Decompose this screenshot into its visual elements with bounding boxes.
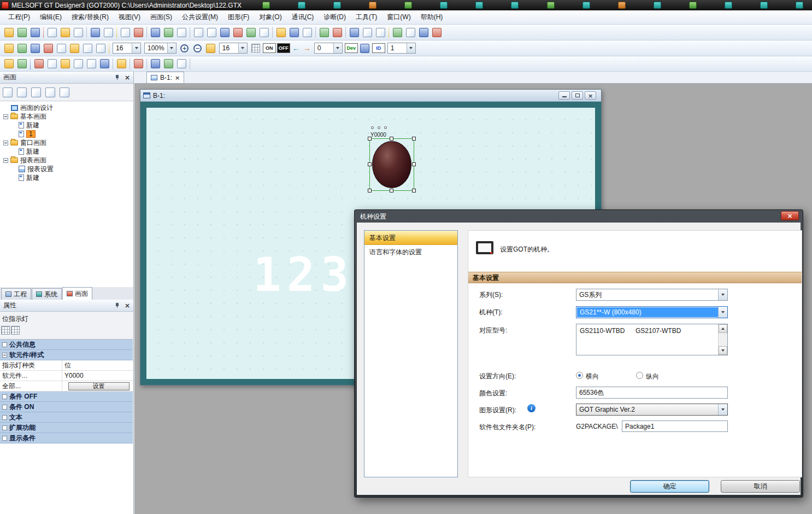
- resize-handle[interactable]: [412, 189, 416, 192]
- dropdown-arrow-icon[interactable]: [167, 43, 176, 53]
- screen-new-icon[interactable]: [1, 86, 14, 99]
- nav-item-language-font[interactable]: 语言和字体的设置: [364, 245, 457, 259]
- titlebar-tool-icon[interactable]: [547, 2, 555, 9]
- screen-color-icon[interactable]: [81, 42, 94, 55]
- series-dropdown[interactable]: GS系列: [576, 289, 728, 301]
- resize-handle[interactable]: [390, 189, 393, 192]
- tree-item-window-screens[interactable]: 窗口画面: [0, 138, 133, 147]
- expand-icon[interactable]: [2, 436, 7, 441]
- list-view-icon[interactable]: [11, 326, 20, 335]
- graphics-dropdown[interactable]: GOT Graphic Ver.2: [576, 404, 728, 416]
- got-read-icon[interactable]: [287, 26, 301, 39]
- rotate-left-icon[interactable]: [58, 57, 72, 71]
- document-tab-b1[interactable]: B-1:: [146, 72, 184, 83]
- open-icon[interactable]: [15, 26, 28, 39]
- menu-item[interactable]: 编辑(E): [35, 10, 67, 24]
- color-setting-field[interactable]: 65536色: [576, 387, 728, 399]
- data-transfer-icon[interactable]: [361, 26, 374, 39]
- tree-item-base-screen-1[interactable]: 1: [0, 130, 133, 138]
- titlebar-tool-icon[interactable]: [298, 2, 305, 9]
- restore-button[interactable]: [572, 91, 583, 100]
- save-icon[interactable]: [28, 26, 42, 39]
- copy-icon[interactable]: [58, 26, 72, 39]
- expand-icon[interactable]: [2, 405, 7, 410]
- batch-edit-icon[interactable]: [404, 26, 417, 39]
- bit-lamp-object[interactable]: [372, 141, 411, 188]
- orientation-vertical-label[interactable]: 纵向: [646, 372, 659, 381]
- state-combo[interactable]: 0: [314, 43, 343, 54]
- property-value[interactable]: Y0000: [62, 371, 133, 381]
- system-config-icon[interactable]: [374, 26, 387, 39]
- expand-icon[interactable]: [2, 394, 7, 399]
- property-value[interactable]: 位: [62, 360, 133, 370]
- titlebar-tool-icon[interactable]: [404, 2, 412, 9]
- collapse-icon[interactable]: [3, 114, 8, 119]
- tree-item-base-screens[interactable]: 基本画面: [0, 112, 133, 121]
- menu-item[interactable]: 公共设置(M): [177, 10, 223, 24]
- zoom-fit-icon[interactable]: [204, 42, 217, 55]
- menu-item[interactable]: 图形(F): [223, 10, 254, 24]
- nav-item-basic-settings[interactable]: 基本设置: [364, 231, 457, 245]
- report-screen-new-icon[interactable]: [175, 26, 188, 39]
- align-top-icon[interactable]: [32, 57, 45, 71]
- titlebar-tool-icon[interactable]: [511, 2, 519, 9]
- section-common-info[interactable]: 公共信息: [0, 340, 133, 350]
- menu-item[interactable]: 画面(S): [145, 10, 177, 24]
- close-icon[interactable]: [125, 74, 130, 81]
- help-icon[interactable]: [132, 26, 145, 39]
- ok-button[interactable]: 确定: [630, 480, 709, 493]
- dropdown-arrow-icon[interactable]: [238, 43, 247, 53]
- dropdown-arrow-icon[interactable]: [132, 43, 140, 53]
- pin-icon[interactable]: [115, 302, 120, 308]
- titlebar-tool-icon[interactable]: [262, 2, 270, 9]
- orientation-vertical-radio[interactable]: [636, 372, 643, 379]
- settings-button[interactable]: 设置: [68, 382, 130, 390]
- got-verify-icon[interactable]: [301, 26, 314, 39]
- titlebar-tool-icon[interactable]: [475, 2, 483, 9]
- language-combo[interactable]: 1: [387, 43, 416, 54]
- tab-screen[interactable]: 画面: [62, 287, 92, 300]
- close-screen-icon[interactable]: [28, 42, 42, 55]
- resize-handle[interactable]: [368, 162, 372, 166]
- section-condition-on[interactable]: 条件 ON: [0, 402, 133, 412]
- scroll-down-icon[interactable]: [719, 346, 727, 355]
- zoom-out-icon[interactable]: −: [191, 42, 204, 55]
- paste-icon[interactable]: [72, 26, 85, 39]
- expand-icon[interactable]: [2, 342, 7, 347]
- rotate-right-icon[interactable]: [72, 57, 85, 71]
- menu-item[interactable]: 工具(T): [351, 10, 382, 24]
- titlebar-tool-icon[interactable]: [440, 2, 448, 9]
- resize-handle[interactable]: [368, 137, 372, 141]
- section-condition-off[interactable]: 条件 OFF: [0, 392, 133, 402]
- screen-window-titlebar[interactable]: B-1:: [140, 90, 601, 102]
- option-icon[interactable]: [417, 26, 430, 39]
- dropdown-arrow-icon[interactable]: [333, 43, 342, 53]
- tree-item-base-new[interactable]: 新建: [0, 121, 133, 130]
- pin-icon[interactable]: [115, 74, 120, 80]
- report-icon[interactable]: [58, 86, 71, 99]
- device-number-icon[interactable]: [358, 42, 372, 55]
- tree-item-screen-design[interactable]: 画面的设计: [0, 103, 133, 112]
- grid-size-combo[interactable]: 16: [219, 43, 248, 54]
- flip-v-icon[interactable]: [98, 57, 111, 71]
- back-icon[interactable]: [15, 57, 28, 71]
- overlay-icon[interactable]: [175, 57, 188, 71]
- new-icon[interactable]: [2, 26, 15, 39]
- data-operation-icon[interactable]: [132, 57, 145, 71]
- label-list-icon[interactable]: [244, 26, 257, 39]
- section-display-condition[interactable]: 显示条件: [0, 433, 133, 443]
- dropdown-arrow-icon[interactable]: [718, 289, 727, 300]
- compatible-models-listbox[interactable]: GS2110-WTBD GS2107-WTBD: [576, 324, 728, 355]
- data-check-icon[interactable]: [205, 26, 218, 39]
- open-screen-icon[interactable]: [15, 42, 28, 55]
- expand-icon[interactable]: [2, 415, 7, 420]
- info-icon[interactable]: i: [527, 404, 536, 412]
- titlebar-tool-icon[interactable]: [796, 2, 803, 9]
- data-view-icon[interactable]: [218, 26, 231, 39]
- undo-icon[interactable]: [89, 26, 102, 39]
- device-list-icon[interactable]: [192, 26, 205, 39]
- menu-item[interactable]: 通讯(C): [287, 10, 319, 24]
- id-display-button[interactable]: ID: [372, 43, 385, 53]
- align-middle-icon[interactable]: [45, 57, 58, 71]
- screen-delete-icon[interactable]: [15, 86, 28, 99]
